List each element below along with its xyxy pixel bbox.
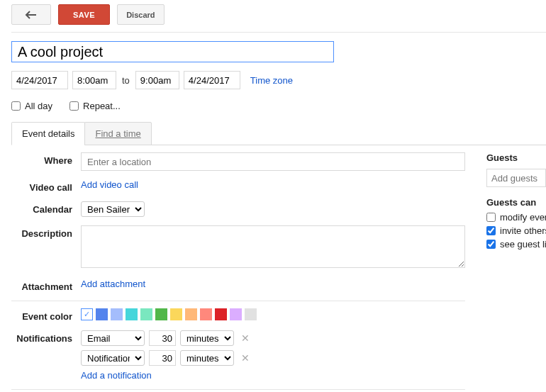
notification-row: Emailminutes✕ <box>81 330 465 346</box>
color-swatch[interactable] <box>185 308 197 320</box>
add-video-link[interactable]: Add video call <box>81 179 138 190</box>
see-guest-list-label: see guest list <box>500 239 546 250</box>
color-label: Event color <box>11 308 81 322</box>
color-swatch[interactable] <box>245 308 257 320</box>
color-swatch[interactable] <box>215 308 227 320</box>
timezone-link[interactable]: Time zone <box>250 75 293 86</box>
video-label: Video call <box>11 179 81 193</box>
calendar-select[interactable]: Ben Sailer <box>81 201 145 217</box>
invite-others-checkbox[interactable] <box>486 226 496 235</box>
where-label: Where <box>11 152 81 166</box>
back-button[interactable] <box>11 4 51 25</box>
end-date-input[interactable] <box>184 71 240 89</box>
location-input[interactable] <box>81 152 465 171</box>
notification-value-input[interactable] <box>149 330 176 346</box>
add-guests-input[interactable] <box>486 169 546 187</box>
add-notification-link[interactable]: Add a notification <box>81 370 465 381</box>
notification-type-select[interactable]: Email <box>81 330 145 346</box>
color-swatch[interactable] <box>170 308 182 320</box>
all-day-checkbox-wrap[interactable]: All day <box>11 101 52 111</box>
guests-can-label: Guests can <box>486 197 546 208</box>
remove-notification-icon[interactable]: ✕ <box>238 352 252 364</box>
all-day-checkbox[interactable] <box>11 101 21 111</box>
notification-unit-select[interactable]: minutes <box>180 350 234 366</box>
end-time-input[interactable] <box>135 71 179 89</box>
attachment-label: Attachment <box>11 279 81 292</box>
tab-event-details[interactable]: Event details <box>11 122 85 145</box>
notification-unit-select[interactable]: minutes <box>180 330 234 346</box>
guests-heading: Guests <box>486 152 546 163</box>
save-button[interactable]: SAVE <box>58 4 110 25</box>
repeat-checkbox[interactable] <box>69 101 79 111</box>
color-swatch[interactable] <box>126 308 138 320</box>
color-swatch[interactable] <box>140 308 152 320</box>
all-day-label: All day <box>25 101 52 111</box>
arrow-left-icon <box>25 11 38 19</box>
calendar-label: Calendar <box>11 201 81 215</box>
color-swatch[interactable] <box>111 308 123 320</box>
color-swatch-selected[interactable]: ✓ <box>81 308 93 320</box>
repeat-label: Repeat... <box>83 101 121 111</box>
remove-notification-icon[interactable]: ✕ <box>238 332 252 344</box>
divider <box>11 301 465 301</box>
divider <box>11 389 465 390</box>
event-title-input[interactable] <box>11 41 334 62</box>
add-attachment-link[interactable]: Add attachment <box>81 279 145 289</box>
notifications-label: Notifications <box>11 330 81 344</box>
description-label: Description <box>11 225 81 239</box>
see-guest-list-checkbox[interactable] <box>486 240 496 249</box>
start-time-input[interactable] <box>72 71 116 89</box>
color-swatch[interactable] <box>200 308 212 320</box>
notification-value-input[interactable] <box>149 350 176 366</box>
color-swatch[interactable] <box>96 308 108 320</box>
color-swatch[interactable] <box>155 308 167 320</box>
modify-event-checkbox[interactable] <box>486 213 496 222</box>
notification-type-select[interactable]: Notification <box>81 350 145 366</box>
to-label: to <box>122 75 130 86</box>
invite-others-label: invite others <box>500 225 546 236</box>
discard-button[interactable]: Discard <box>117 4 164 25</box>
color-swatch[interactable] <box>230 308 242 320</box>
tab-find-time[interactable]: Find a time <box>84 122 151 145</box>
description-textarea[interactable] <box>81 225 465 268</box>
notification-row: Notificationminutes✕ <box>81 350 465 366</box>
start-date-input[interactable] <box>11 71 68 89</box>
repeat-checkbox-wrap[interactable]: Repeat... <box>69 101 121 111</box>
modify-event-label: modify event <box>500 212 546 223</box>
